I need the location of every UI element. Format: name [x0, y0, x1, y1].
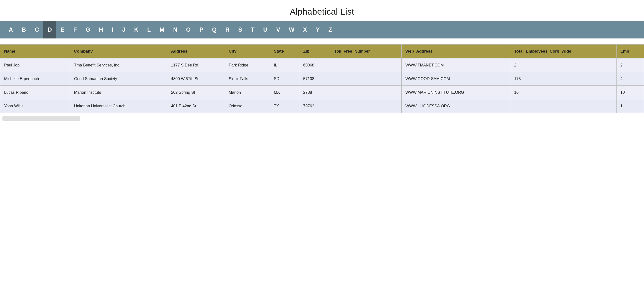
- cell-name: Yona Willis: [0, 99, 70, 113]
- table-row: Yona WillisUnitarian Universalist Church…: [0, 99, 644, 113]
- cell-emp: 10: [616, 86, 644, 99]
- alpha-nav-item-s[interactable]: S: [234, 21, 246, 39]
- cell-web_address: WWW.UUODESSA.ORG: [402, 99, 510, 113]
- col-header-toll_free_number: Toll_Free_Number: [330, 45, 402, 58]
- alpha-nav-item-l[interactable]: L: [143, 21, 155, 39]
- cell-name: Michelle Erpenbach: [0, 72, 70, 86]
- alpha-nav-item-b[interactable]: B: [17, 21, 30, 39]
- cell-emp: 2: [616, 58, 644, 72]
- cell-zip: 60068: [299, 58, 330, 72]
- cell-state: MA: [270, 86, 299, 99]
- alpha-nav-item-u[interactable]: U: [259, 21, 272, 39]
- alpha-nav-item-h[interactable]: H: [94, 21, 108, 39]
- cell-zip: 57108: [299, 72, 330, 86]
- alpha-nav-item-a[interactable]: A: [4, 21, 17, 39]
- cell-company: Good Samaritan Society: [70, 72, 167, 86]
- cell-zip: 79762: [299, 99, 330, 113]
- alphabetical-table: NameCompanyAddressCityStateZipToll_Free_…: [0, 44, 644, 113]
- alpha-nav-item-z[interactable]: Z: [324, 21, 336, 39]
- cell-web_address: WWW.GOOD-SAM.COM: [402, 72, 510, 86]
- alpha-nav-item-t[interactable]: T: [246, 21, 259, 39]
- alpha-nav-item-m[interactable]: M: [155, 21, 169, 39]
- table-row: Michelle ErpenbachGood Samaritan Society…: [0, 72, 644, 86]
- alpha-nav-item-p[interactable]: P: [195, 21, 208, 39]
- alpha-nav-item-e[interactable]: E: [56, 21, 69, 39]
- col-header-emp: Emp: [616, 45, 644, 58]
- alphabet-nav: ABCDEFGHIJKLMNOPQRSTUVWXYZ: [0, 21, 644, 39]
- cell-state: TX: [270, 99, 299, 113]
- cell-toll_free_number: [330, 86, 402, 99]
- alpha-nav-item-f[interactable]: F: [69, 21, 81, 39]
- cell-toll_free_number: [330, 72, 402, 86]
- alpha-nav-item-x[interactable]: X: [299, 21, 312, 39]
- cell-address: 1177 S Dee Rd: [167, 58, 225, 72]
- col-header-zip: Zip: [299, 45, 330, 58]
- col-header-company: Company: [70, 45, 167, 58]
- alpha-nav-item-r[interactable]: R: [221, 21, 234, 39]
- alpha-nav-item-g[interactable]: G: [81, 21, 94, 39]
- alpha-nav-item-v[interactable]: V: [272, 21, 284, 39]
- col-header-name: Name: [0, 45, 70, 58]
- col-header-web_address: Web_Address: [402, 45, 510, 58]
- cell-state: IL: [270, 58, 299, 72]
- cell-emp: 1: [616, 99, 644, 113]
- cell-zip: 2738: [299, 86, 330, 99]
- table-container: NameCompanyAddressCityStateZipToll_Free_…: [0, 39, 644, 123]
- cell-company: Tma Benefit Services, Inc.: [70, 58, 167, 72]
- cell-name: Lucas Ribeiro: [0, 86, 70, 99]
- cell-address: 4800 W 57th St: [167, 72, 225, 86]
- col-header-total_employees_corp_wide: Total_Employees_Corp_Wide: [510, 45, 616, 58]
- alpha-nav-item-k[interactable]: K: [130, 21, 143, 39]
- cell-address: 202 Spring St: [167, 86, 225, 99]
- cell-company: Unitarian Universalist Church: [70, 99, 167, 113]
- alpha-nav-item-d[interactable]: D: [43, 21, 56, 39]
- alpha-nav-item-c[interactable]: C: [30, 21, 43, 39]
- cell-total_employees_corp_wide: 175: [510, 72, 616, 86]
- col-header-city: City: [225, 45, 270, 58]
- cell-web_address: WWW.TMANET.COM: [402, 58, 510, 72]
- alpha-nav-item-o[interactable]: O: [182, 21, 195, 39]
- table-row: Paul JobTma Benefit Services, Inc.1177 S…: [0, 58, 644, 72]
- cell-state: SD: [270, 72, 299, 86]
- alpha-nav-item-q[interactable]: Q: [208, 21, 221, 39]
- cell-total_employees_corp_wide: 10: [510, 86, 616, 99]
- cell-web_address: WWW.MARIONINSTITUTE.ORG: [402, 86, 510, 99]
- cell-total_employees_corp_wide: 2: [510, 58, 616, 72]
- col-header-address: Address: [167, 45, 225, 58]
- cell-toll_free_number: [330, 58, 402, 72]
- col-header-state: State: [270, 45, 299, 58]
- cell-total_employees_corp_wide: [510, 99, 616, 113]
- cell-toll_free_number: [330, 99, 402, 113]
- alpha-nav-item-n[interactable]: N: [169, 21, 182, 39]
- alpha-nav-item-y[interactable]: Y: [312, 21, 324, 39]
- cell-address: 401 E 42nd St.: [167, 99, 225, 113]
- horizontal-scrollbar[interactable]: [2, 116, 80, 121]
- table-row: Lucas RibeiroMarion Institute202 Spring …: [0, 86, 644, 99]
- cell-emp: 4: [616, 72, 644, 86]
- page-title: Alphabetical List: [0, 0, 644, 21]
- cell-city: Odessa: [225, 99, 270, 113]
- alpha-nav-item-i[interactable]: I: [108, 21, 118, 39]
- alpha-nav-item-w[interactable]: W: [284, 21, 299, 39]
- cell-name: Paul Job: [0, 58, 70, 72]
- alpha-nav-item-j[interactable]: J: [118, 21, 130, 39]
- cell-company: Marion Institute: [70, 86, 167, 99]
- cell-city: Sioux Falls: [225, 72, 270, 86]
- cell-city: Marion: [225, 86, 270, 99]
- cell-city: Park Ridge: [225, 58, 270, 72]
